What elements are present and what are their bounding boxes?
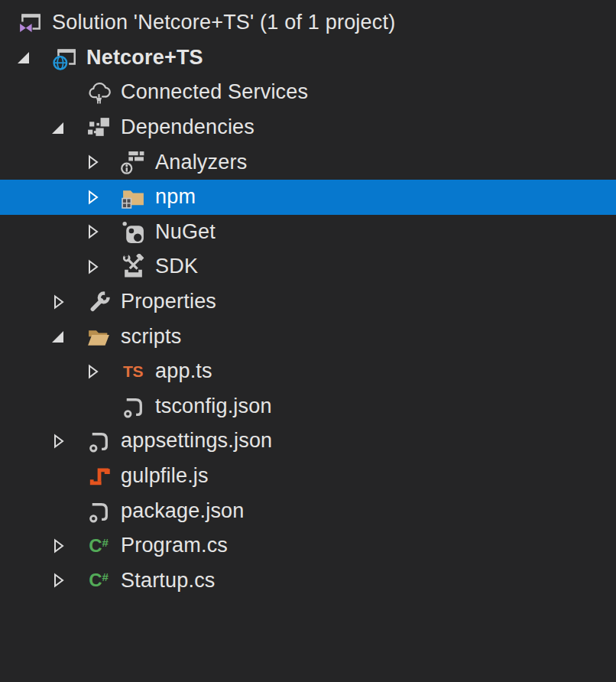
tree-item-label: Analyzers: [155, 152, 247, 173]
tree-item-label: Solution 'Netcore+TS' (1 of 1 project): [52, 12, 395, 33]
tree-item-label: Dependencies: [121, 117, 255, 138]
tree-item-label: Program.cs: [121, 535, 228, 556]
tree-item-program-cs[interactable]: C#Program.cs: [0, 528, 616, 563]
dependencies-icon: [86, 115, 112, 141]
tree-item-connected-services[interactable]: Connected Services: [0, 75, 616, 110]
tree-item-label: gulpfile.js: [121, 466, 209, 486]
tree-item-analyzers[interactable]: Analyzers: [0, 145, 616, 180]
solution-explorer-panel: Solution 'Netcore+TS' (1 of 1 project) N…: [0, 0, 616, 682]
tree-item-gulpfile-js[interactable]: gulpfile.js: [0, 459, 616, 494]
tree-item-label: app.ts: [155, 361, 212, 382]
tree-item-solution-netcore-ts-1-of-1-project[interactable]: Solution 'Netcore+TS' (1 of 1 project): [0, 5, 616, 41]
tree-item-scripts[interactable]: scripts: [0, 319, 616, 354]
arrow-spacer: [85, 389, 120, 424]
csharp-icon: C#: [86, 567, 112, 593]
csharp-icon: C#: [86, 533, 112, 559]
tree-item-dependencies[interactable]: Dependencies: [0, 110, 616, 145]
typescript-icon: TS: [120, 359, 146, 385]
folder-open-icon: [86, 323, 112, 349]
tree-item-app-ts[interactable]: TSapp.ts: [0, 354, 616, 389]
properties-wrench-icon: [86, 289, 112, 315]
nuget-icon: [120, 219, 146, 245]
tree-item-package-json[interactable]: package.json: [0, 493, 616, 528]
tree-item-label: Netcore+TS: [86, 47, 203, 68]
tree-item-label: Properties: [121, 291, 216, 312]
collapse-arrow-icon[interactable]: [85, 354, 120, 389]
tree-item-label: NuGet: [155, 222, 216, 242]
project-web-icon: [51, 44, 77, 70]
json-file-icon: [86, 498, 112, 524]
expand-arrow-icon[interactable]: [16, 41, 51, 76]
tree-item-netcore-ts[interactable]: Netcore+TS: [0, 41, 616, 76]
tree-item-appsettings-json[interactable]: appsettings.json: [0, 424, 616, 459]
tree-item-tsconfig-json[interactable]: tsconfig.json: [0, 389, 616, 424]
collapse-arrow-icon[interactable]: [85, 180, 120, 215]
arrow-spacer: [0, 5, 17, 41]
json-file-icon: [86, 428, 112, 454]
solution-explorer-tree: Solution 'Netcore+TS' (1 of 1 project) N…: [0, 5, 616, 598]
tree-item-label: tsconfig.json: [155, 396, 272, 417]
collapse-arrow-icon[interactable]: [50, 424, 86, 459]
npm-folder-icon: [120, 184, 146, 210]
tree-item-startup-cs[interactable]: C#Startup.cs: [0, 563, 616, 599]
tree-item-label: npm: [155, 187, 196, 207]
collapse-arrow-icon[interactable]: [50, 563, 86, 599]
tree-item-sdk[interactable]: SDK: [0, 249, 616, 284]
sdk-icon: [120, 254, 146, 280]
tree-item-label: appsettings.json: [121, 430, 272, 451]
collapse-arrow-icon[interactable]: [85, 145, 120, 180]
arrow-spacer: [50, 493, 86, 528]
arrow-spacer: [50, 459, 86, 494]
tree-item-properties[interactable]: Properties: [0, 284, 616, 320]
collapse-arrow-icon[interactable]: [85, 249, 120, 284]
connected-services-icon: [86, 80, 112, 106]
collapse-arrow-icon[interactable]: [85, 215, 120, 250]
arrow-spacer: [50, 75, 86, 110]
tree-item-nuget[interactable]: NuGet: [0, 215, 616, 250]
collapse-arrow-icon[interactable]: [50, 284, 86, 320]
collapse-arrow-icon[interactable]: [50, 528, 86, 563]
solution-icon: [17, 10, 43, 36]
tree-item-label: SDK: [155, 256, 198, 277]
tree-item-label: package.json: [121, 501, 245, 521]
json-file-icon: [120, 393, 146, 419]
js-file-icon: [86, 463, 112, 489]
tree-item-label: Connected Services: [121, 82, 308, 102]
analyzers-icon: [120, 149, 146, 175]
expand-arrow-icon[interactable]: [50, 110, 86, 145]
tree-item-label: Startup.cs: [121, 570, 216, 591]
tree-item-npm[interactable]: npm: [0, 180, 616, 215]
tree-item-label: scripts: [121, 326, 181, 347]
expand-arrow-icon[interactable]: [50, 319, 86, 354]
